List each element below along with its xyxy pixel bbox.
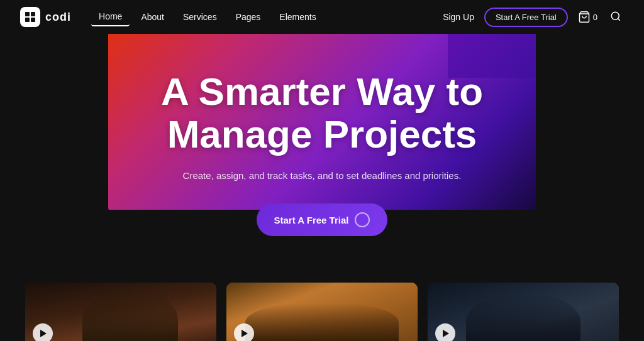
cta-label: Start A Free Trial [274,215,349,225]
logo-icon [20,7,40,27]
navbar: codi Home About Services Pages Elements … [0,0,644,34]
search-icon [610,11,621,22]
cart-count: 0 [593,13,597,22]
hero-subtitle: Create, assign, and track tasks, and to … [161,168,483,183]
video-thumbnails [0,283,644,341]
cart-area[interactable]: 0 [578,11,597,23]
logo[interactable]: codi [20,7,71,27]
cta-start-trial-button[interactable]: Start A Free Trial [257,203,388,236]
nav-elements[interactable]: Elements [272,8,323,26]
video-thumbnail-2[interactable] [226,283,418,341]
hero-section: A Smarter Way to Manage Projects Create,… [0,34,644,273]
hero-title: A Smarter Way to Manage Projects [161,70,483,156]
play-button-1[interactable] [33,323,53,341]
sign-up-link[interactable]: Sign Up [443,12,474,22]
play-button-3[interactable] [435,323,455,341]
video-thumbnail-3[interactable] [428,283,619,341]
nav-right: Sign Up Start A Free Trial 0 [443,8,624,27]
hero-content: A Smarter Way to Manage Projects Create,… [148,70,496,236]
svg-rect-4 [31,18,35,22]
svg-rect-1 [25,12,30,16]
arrow-circle-icon [355,212,370,227]
start-trial-button-nav[interactable]: Start A Free Trial [484,8,568,27]
nav-home[interactable]: Home [91,8,130,26]
search-button[interactable] [608,8,624,26]
svg-rect-2 [31,12,35,16]
svg-rect-3 [25,18,30,22]
nav-about[interactable]: About [133,8,172,26]
video-thumbnail-1[interactable] [25,283,216,341]
cart-icon [578,11,591,23]
nav-pages[interactable]: Pages [228,8,269,26]
nav-services[interactable]: Services [175,8,225,26]
nav-links: Home About Services Pages Elements [91,8,443,26]
svg-rect-0 [20,7,40,27]
play-button-2[interactable] [234,323,254,341]
brand-name: codi [45,11,71,24]
svg-point-6 [611,12,619,19]
